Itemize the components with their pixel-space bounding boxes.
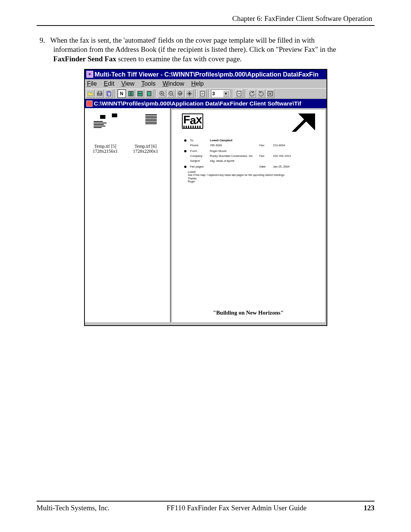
negative-icon[interactable]: N: [118, 89, 126, 98]
view-mode3-icon[interactable]: [145, 89, 153, 98]
thumbnail-dims: 1728x2200x1: [132, 149, 159, 154]
cover-pages-label: Fax pages:: [190, 165, 210, 168]
svg-rect-0: [97, 93, 102, 95]
step-text: 9.When the fax is sent, the 'automated' …: [40, 36, 374, 64]
svg-rect-5: [131, 91, 133, 96]
toolbar-separator-2: [155, 89, 156, 98]
page-preview: Fax To: Lowell Campbell Phone: 785-3028 …: [170, 108, 327, 322]
cover-msg-sign1: Thanks: [188, 177, 315, 180]
fax-logo: Fax: [182, 113, 204, 129]
toolbar-separator-6: [245, 89, 246, 98]
app-window: ✦ Multi-Tech Tiff Viewer - C:\WINNT\Prof…: [84, 69, 327, 326]
bullet-icon: [184, 166, 186, 168]
cover-date-label: Date:: [260, 165, 273, 168]
cover-subject-label: Subject:: [190, 159, 210, 163]
chevron-down-icon[interactable]: ▼: [223, 90, 229, 97]
view-mode2-icon[interactable]: [136, 89, 144, 98]
cover-msg-line: See if this map. I captured any ideas la…: [188, 174, 315, 177]
rotate-left-icon[interactable]: [248, 89, 256, 98]
thumbnail-name: Temp.tif [6]: [132, 144, 159, 149]
svg-rect-20: [237, 91, 241, 96]
svg-rect-8: [147, 91, 151, 96]
viewer-area: Temp.tif [5] 1728x2156x1 Temp.tif [6] 17…: [85, 108, 327, 322]
zoom-fit-icon[interactable]: all: [176, 89, 185, 98]
thumbnail-dims: 1728x2156x1: [92, 149, 119, 154]
cover-to-value: Lowell Campbell: [210, 139, 260, 142]
menu-file[interactable]: File: [87, 80, 97, 87]
footer-left: Multi-Tech Systems, Inc.: [37, 504, 110, 512]
toolbar: N all 3 ▼: [85, 88, 327, 99]
footer-rule: [37, 501, 374, 502]
svg-rect-3: [108, 92, 111, 96]
cover-page-body: To: Lowell Campbell Phone: 785-3028 Fax:…: [182, 136, 315, 184]
footer-center: FF110 FaxFinder Fax Server Admin User Gu…: [167, 504, 307, 512]
step-line2: information from the Address Book (if th…: [53, 45, 374, 54]
toolbar-separator-3: [195, 89, 197, 98]
print-icon[interactable]: [96, 89, 104, 98]
bullet-icon: [184, 150, 186, 152]
bullet-icon: [184, 139, 186, 142]
open-icon[interactable]: [86, 89, 95, 98]
page-number-value: 3: [212, 91, 215, 96]
toolbar-separator: [115, 89, 116, 98]
view-mode1-icon[interactable]: [127, 89, 135, 98]
svg-text:all: all: [179, 92, 182, 95]
svg-rect-1: [98, 91, 101, 93]
cover-msg-sign2: Roger: [188, 180, 315, 183]
page-footer: Multi-Tech Systems, Inc. FF110 FaxFinder…: [37, 501, 374, 512]
thumbnail-pane: Temp.tif [5] 1728x2156x1 Temp.tif [6] 17…: [85, 108, 170, 322]
cover-fromfax-label: Fax:: [260, 154, 273, 158]
copy-icon[interactable]: [105, 89, 113, 98]
cover-phone-value: 785-3028: [210, 144, 260, 147]
thumbnail-item[interactable]: Temp.tif [5] 1728x2156x1: [92, 112, 119, 153]
cover-to-label: To:: [190, 139, 210, 142]
menu-view[interactable]: View: [121, 80, 134, 87]
thumbnail-preview: [132, 112, 159, 142]
step-line1: When the fax is sent, the 'automated' fi…: [50, 36, 315, 44]
pan-icon[interactable]: [185, 89, 194, 98]
zoom-out-icon[interactable]: [167, 89, 175, 98]
company-logo-graphic: [291, 113, 315, 132]
cover-fromfax-value: 415-762-1913: [273, 154, 296, 158]
rotate-right-icon[interactable]: [257, 89, 265, 98]
cover-from-value: Roger Moore: [210, 149, 260, 153]
cover-date-value: Jan 25, 2004: [273, 165, 296, 168]
cover-company-label: Company:: [190, 154, 210, 158]
find-icon[interactable]: [235, 89, 243, 98]
step-line3-rest: screen to examine the fax with cover pag…: [116, 55, 242, 63]
cover-msg-greeting: Lowell:: [188, 171, 315, 174]
cover-subject-value: mtg. ideas of Aprelt: [210, 159, 260, 163]
toolbar-separator-5: [232, 89, 233, 98]
thumbnail-item[interactable]: Temp.tif [6] 1728x2200x1: [132, 112, 159, 153]
zoom-in-icon[interactable]: [158, 89, 166, 98]
app-icon: ✦: [86, 71, 93, 78]
page-number-field[interactable]: 3 ▼: [211, 89, 230, 98]
svg-line-10: [163, 95, 165, 96]
menu-help[interactable]: Help: [191, 80, 204, 87]
cover-from-label: From:: [190, 149, 210, 153]
step-number: 9.: [40, 36, 50, 45]
fit-window-icon[interactable]: [266, 89, 274, 98]
menu-tools[interactable]: Tools: [141, 80, 155, 87]
document-path-bar: C:\WINNT\Profiles\pmb.000\Application Da…: [85, 99, 327, 108]
step-line3-bold: FaxFinder Send Fax: [53, 55, 116, 63]
cover-fax-label: Fax:: [260, 144, 273, 147]
footer-page-number: 123: [363, 504, 374, 512]
document-path: C:\WINNT\Profiles\pmb.000\Application Da…: [94, 100, 301, 107]
chapter-title: Chapter 6: FaxFinder Client Software Ope…: [232, 14, 372, 22]
cover-tagline: "Building on New Horizons": [182, 307, 315, 319]
window-titlebar: ✦ Multi-Tech Tiff Viewer - C:\WINNT\Prof…: [85, 70, 327, 79]
page-header: Chapter 6: FaxFinder Client Software Ope…: [37, 14, 374, 23]
thumbnail-name: Temp.tif [5]: [92, 144, 119, 149]
svg-rect-18: [201, 91, 204, 96]
cover-fax-value: 212-6634: [273, 144, 296, 147]
cover-message: Lowell: See if this map. I captured any …: [188, 171, 315, 184]
cover-company-value: Rocky Mountain Construction, Inc.: [210, 154, 260, 158]
thumbnail-preview: [92, 112, 119, 142]
menu-window[interactable]: Window: [162, 80, 184, 87]
menu-edit[interactable]: Edit: [104, 80, 115, 87]
menu-bar: File Edit View Tools Window Help: [85, 79, 327, 88]
svg-rect-4: [129, 91, 131, 96]
goto-page-icon[interactable]: [198, 89, 207, 98]
toolbar-separator-4: [208, 89, 210, 98]
